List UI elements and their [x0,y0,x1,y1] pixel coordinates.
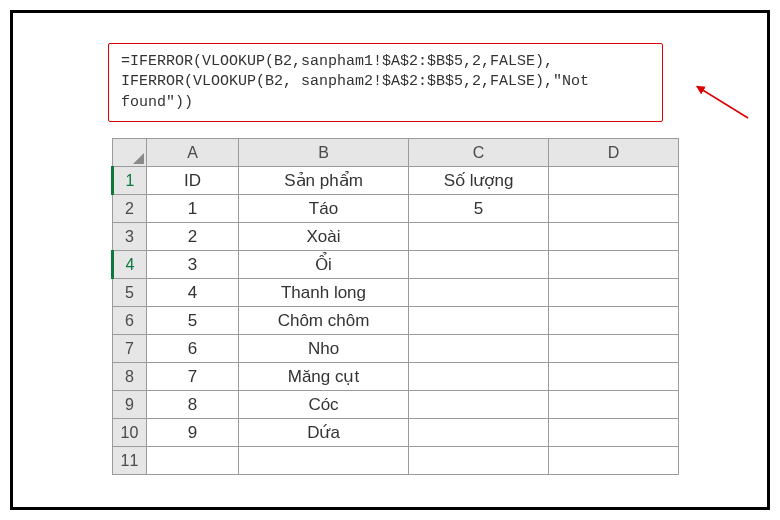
cell-A7[interactable]: 6 [147,335,239,363]
row-header[interactable]: 11 [113,447,147,475]
table-row: 87Măng cụt [113,363,679,391]
table-row: 76Nho [113,335,679,363]
cell-D11[interactable] [549,447,679,475]
select-all-corner[interactable] [113,139,147,167]
row-header[interactable]: 2 [113,195,147,223]
cell-B7[interactable]: Nho [239,335,409,363]
col-header-C[interactable]: C [409,139,549,167]
cell-C10[interactable] [409,419,549,447]
row-header[interactable]: 5 [113,279,147,307]
cell-D7[interactable] [549,335,679,363]
cell-C3[interactable] [409,223,549,251]
cell-D2[interactable] [549,195,679,223]
cell-A9[interactable]: 8 [147,391,239,419]
cell-B11[interactable] [239,447,409,475]
cell-B9[interactable]: Cóc [239,391,409,419]
cell-D3[interactable] [549,223,679,251]
cell-A6[interactable]: 5 [147,307,239,335]
spreadsheet-grid[interactable]: A B C D 1IDSản phẩmSố lượng21Táo532Xoài4… [111,138,679,475]
cell-A5[interactable]: 4 [147,279,239,307]
cell-C5[interactable] [409,279,549,307]
row-header[interactable]: 1 [113,167,147,195]
cell-A11[interactable] [147,447,239,475]
cell-D4[interactable] [549,251,679,279]
table-row: 32Xoài [113,223,679,251]
formula-line-2: IFERROR(VLOOKUP(B2, sanpham2!$A$2:$B$5,2… [121,72,650,113]
cell-A2[interactable]: 1 [147,195,239,223]
row-header[interactable]: 4 [113,251,147,279]
cell-C6[interactable] [409,307,549,335]
cell-B5[interactable]: Thanh long [239,279,409,307]
table-row: 109Dứa [113,419,679,447]
col-header-D[interactable]: D [549,139,679,167]
annotation-arrow-icon [693,83,753,123]
cell-D6[interactable] [549,307,679,335]
table-row: 43Ổi [113,251,679,279]
table-row: 54Thanh long [113,279,679,307]
cell-B2[interactable]: Táo [239,195,409,223]
cell-D9[interactable] [549,391,679,419]
table-row: 98Cóc [113,391,679,419]
cell-C4[interactable] [409,251,549,279]
cell-D10[interactable] [549,419,679,447]
col-header-B[interactable]: B [239,139,409,167]
row-header[interactable]: 9 [113,391,147,419]
cell-C1[interactable]: Số lượng [409,167,549,195]
table-row: 1IDSản phẩmSố lượng [113,167,679,195]
table-row: 21Táo5 [113,195,679,223]
formula-line-1: =IFERROR(VLOOKUP(B2,sanpham1!$A$2:$B$5,2… [121,52,650,72]
cell-C2[interactable]: 5 [409,195,549,223]
table-row: 65Chôm chôm [113,307,679,335]
cell-A4[interactable]: 3 [147,251,239,279]
cell-B6[interactable]: Chôm chôm [239,307,409,335]
outer-frame: =IFERROR(VLOOKUP(B2,sanpham1!$A$2:$B$5,2… [10,10,770,510]
row-header[interactable]: 3 [113,223,147,251]
cell-A3[interactable]: 2 [147,223,239,251]
cell-C7[interactable] [409,335,549,363]
cell-A8[interactable]: 7 [147,363,239,391]
col-header-A[interactable]: A [147,139,239,167]
cell-B3[interactable]: Xoài [239,223,409,251]
cell-A10[interactable]: 9 [147,419,239,447]
cell-D5[interactable] [549,279,679,307]
cell-B4[interactable]: Ổi [239,251,409,279]
svg-line-0 [701,89,748,118]
cell-B1[interactable]: Sản phẩm [239,167,409,195]
cell-D8[interactable] [549,363,679,391]
row-header[interactable]: 10 [113,419,147,447]
cell-C9[interactable] [409,391,549,419]
column-header-row: A B C D [113,139,679,167]
cell-A1[interactable]: ID [147,167,239,195]
row-header[interactable]: 7 [113,335,147,363]
formula-highlight-box: =IFERROR(VLOOKUP(B2,sanpham1!$A$2:$B$5,2… [108,43,663,122]
cell-B8[interactable]: Măng cụt [239,363,409,391]
cell-B10[interactable]: Dứa [239,419,409,447]
table-row: 11 [113,447,679,475]
cell-D1[interactable] [549,167,679,195]
cell-C11[interactable] [409,447,549,475]
row-header[interactable]: 6 [113,307,147,335]
row-header[interactable]: 8 [113,363,147,391]
cell-C8[interactable] [409,363,549,391]
